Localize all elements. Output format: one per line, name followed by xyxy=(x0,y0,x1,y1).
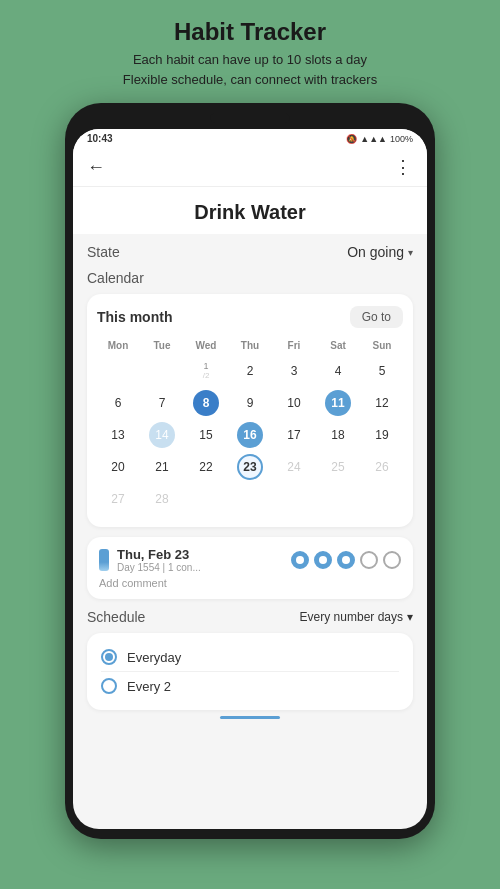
cal-cell-empty-w5-3 xyxy=(185,483,227,515)
calendar-header: This month Go to xyxy=(97,306,403,328)
state-row: State On going ▾ xyxy=(87,244,413,260)
day-header-mon: Mon xyxy=(97,338,139,355)
cal-cell-6[interactable]: 6 xyxy=(97,387,139,419)
phone-frame: 10:43 🔕 ▲▲▲ 100% ← ⋮ Drink Water State xyxy=(65,103,435,839)
day-header-fri: Fri xyxy=(273,338,315,355)
date-title: Thu, Feb 23 xyxy=(117,547,201,562)
radio-btn-everyday[interactable] xyxy=(101,649,117,665)
add-comment[interactable]: Add comment xyxy=(99,577,401,589)
habit-dot-4[interactable] xyxy=(360,551,378,569)
water-icon xyxy=(99,549,109,571)
cal-cell-empty-w5-7 xyxy=(361,483,403,515)
app-header: Habit Tracker Each habit can have up to … xyxy=(123,18,377,89)
state-label: State xyxy=(87,244,120,260)
cal-cell-20[interactable]: 20 xyxy=(97,451,139,483)
cal-cell-empty-w5-5 xyxy=(273,483,315,515)
schedule-dropdown[interactable]: Every number days ▾ xyxy=(300,610,413,624)
calendar-month-label: This month xyxy=(97,309,172,325)
schedule-value-text: Every number days xyxy=(300,610,403,624)
cal-cell-22[interactable]: 22 xyxy=(185,451,227,483)
app-bar: ← ⋮ xyxy=(73,148,427,187)
schedule-row: Schedule Every number days ▾ xyxy=(87,609,413,625)
calendar-week5: 27 28 xyxy=(97,483,403,515)
cal-cell-26: 26 xyxy=(361,451,403,483)
calendar-week2: 6 7 8 9 10 11 12 xyxy=(97,387,403,419)
calendar-section-label: Calendar xyxy=(87,270,413,286)
habit-dot-5[interactable] xyxy=(383,551,401,569)
date-detail-left: Thu, Feb 23 Day 1554 | 1 con... xyxy=(99,547,201,573)
cal-cell-empty2 xyxy=(141,355,183,387)
habit-dot-2[interactable] xyxy=(314,551,332,569)
date-detail-top: Thu, Feb 23 Day 1554 | 1 con... xyxy=(99,547,401,573)
calendar-day-headers: Mon Tue Wed Thu Fri Sat Sun xyxy=(97,338,403,355)
cal-cell-empty-w5-6 xyxy=(317,483,359,515)
cal-cell-13[interactable]: 13 xyxy=(97,419,139,451)
schedule-card: Everyday Every 2 xyxy=(87,633,413,710)
phone-screen: 10:43 🔕 ▲▲▲ 100% ← ⋮ Drink Water State xyxy=(73,129,427,829)
cal-cell-17[interactable]: 17 xyxy=(273,419,315,451)
schedule-section-label: Schedule xyxy=(87,609,145,625)
cal-cell-4[interactable]: 4 xyxy=(317,355,359,387)
cal-cell-12[interactable]: 12 xyxy=(361,387,403,419)
day-header-wed: Wed xyxy=(185,338,227,355)
schedule-option-everyday-label: Everyday xyxy=(127,650,181,665)
page-title: Drink Water xyxy=(73,187,427,234)
calendar-card: This month Go to Mon Tue Wed Thu Fri Sat… xyxy=(87,294,413,527)
wed-label: 1/2 xyxy=(203,362,210,381)
schedule-option-every2[interactable]: Every 2 xyxy=(101,672,399,700)
cal-cell-8[interactable]: 8 xyxy=(185,387,227,419)
cal-cell-empty-w5-4 xyxy=(229,483,271,515)
cal-cell-2[interactable]: 2 xyxy=(229,355,271,387)
cal-cell-1-2[interactable]: 1/2 xyxy=(185,355,227,387)
status-time: 10:43 xyxy=(87,133,113,144)
cal-cell-19[interactable]: 19 xyxy=(361,419,403,451)
cal-cell-21[interactable]: 21 xyxy=(141,451,183,483)
cal-cell-3[interactable]: 3 xyxy=(273,355,315,387)
cal-cell-9[interactable]: 9 xyxy=(229,387,271,419)
goto-button[interactable]: Go to xyxy=(350,306,403,328)
cal-cell-23-today[interactable]: 23 xyxy=(229,451,271,483)
schedule-arrow-icon: ▾ xyxy=(407,610,413,624)
phone-notch xyxy=(210,113,290,123)
day-header-sun: Sun xyxy=(361,338,403,355)
state-dropdown[interactable]: On going ▾ xyxy=(347,244,413,260)
mute-icon: 🔕 xyxy=(346,134,357,144)
calendar-week1: 1/2 2 3 4 5 xyxy=(97,355,403,387)
menu-button[interactable]: ⋮ xyxy=(394,156,413,178)
habit-dot-3[interactable] xyxy=(337,551,355,569)
cal-cell-28: 28 xyxy=(141,483,183,515)
scroll-indicator xyxy=(220,716,280,719)
cal-cell-14[interactable]: 14 xyxy=(141,419,183,451)
date-detail-info: Thu, Feb 23 Day 1554 | 1 con... xyxy=(117,547,201,573)
app-subtitle-line2: Flexible schedule, can connect with trac… xyxy=(123,70,377,90)
cal-cell-10[interactable]: 10 xyxy=(273,387,315,419)
schedule-option-everyday[interactable]: Everyday xyxy=(101,643,399,672)
app-subtitle-line1: Each habit can have up to 10 slots a day xyxy=(123,50,377,70)
cal-cell-25: 25 xyxy=(317,451,359,483)
cal-cell-27: 27 xyxy=(97,483,139,515)
app-title: Habit Tracker xyxy=(123,18,377,46)
cal-cell-11[interactable]: 11 xyxy=(317,387,359,419)
day-header-thu: Thu xyxy=(229,338,271,355)
cal-cell-empty1 xyxy=(97,355,139,387)
cal-cell-7[interactable]: 7 xyxy=(141,387,183,419)
battery-text: 100% xyxy=(390,134,413,144)
cal-cell-16[interactable]: 16 xyxy=(229,419,271,451)
habit-dot-1[interactable] xyxy=(291,551,309,569)
cal-cell-5[interactable]: 5 xyxy=(361,355,403,387)
schedule-option-every2-label: Every 2 xyxy=(127,679,171,694)
date-sub: Day 1554 | 1 con... xyxy=(117,562,201,573)
signal-icon: ▲▲▲ xyxy=(360,134,387,144)
day-header-tue: Tue xyxy=(141,338,183,355)
date-detail-card: Thu, Feb 23 Day 1554 | 1 con... xyxy=(87,537,413,599)
calendar-week3: 13 14 15 16 17 18 19 xyxy=(97,419,403,451)
habit-dots xyxy=(291,551,401,569)
radio-btn-every2[interactable] xyxy=(101,678,117,694)
state-value-text: On going xyxy=(347,244,404,260)
cal-cell-18[interactable]: 18 xyxy=(317,419,359,451)
cal-cell-15[interactable]: 15 xyxy=(185,419,227,451)
back-button[interactable]: ← xyxy=(87,157,105,178)
content-area: State On going ▾ Calendar This month Go … xyxy=(73,234,427,733)
cal-cell-24: 24 xyxy=(273,451,315,483)
status-bar: 10:43 🔕 ▲▲▲ 100% xyxy=(73,129,427,148)
